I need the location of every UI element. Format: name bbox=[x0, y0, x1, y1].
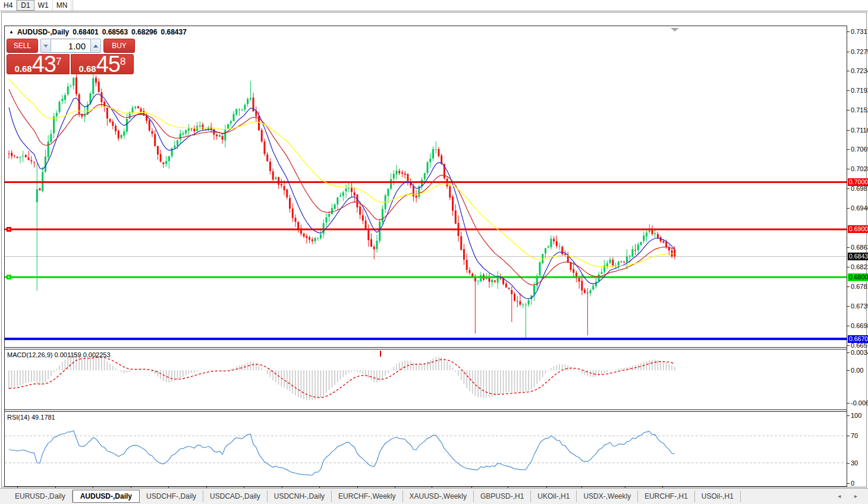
volume-input[interactable] bbox=[51, 39, 90, 53]
timeframe-button-h4[interactable]: H4 bbox=[0, 0, 17, 11]
sell-button[interactable]: SELL bbox=[7, 39, 38, 53]
chart-tab-usoil-h1[interactable]: USOil-,H1 bbox=[695, 490, 741, 502]
axis-tick bbox=[847, 403, 850, 404]
axis-tick bbox=[847, 326, 850, 326]
axis-tick bbox=[847, 32, 850, 32]
buy-price-base: 0.68 bbox=[79, 64, 96, 74]
rsi-label: RSI(14) 49.1781 bbox=[7, 414, 55, 421]
main-chart-canvas[interactable] bbox=[5, 26, 847, 347]
volume-increase-button[interactable] bbox=[90, 39, 101, 53]
axis-tick bbox=[847, 370, 850, 371]
axis-tick bbox=[847, 483, 850, 484]
bear-candle-wicks bbox=[9, 73, 675, 335]
axis-tick bbox=[847, 71, 850, 71]
price-axis-label: 0.66570 bbox=[851, 342, 868, 349]
axis-tick bbox=[847, 149, 850, 150]
level-price-badge: 0.70002 bbox=[848, 178, 868, 186]
chart-window: ▲ AUDUSD-,Daily 0.68401 0.68563 0.68296 … bbox=[1, 12, 867, 487]
chart-tab-eurusd-daily[interactable]: EURUSD-,Daily bbox=[8, 490, 73, 502]
axis-tick bbox=[847, 267, 850, 267]
rsi-panel-canvas[interactable] bbox=[5, 412, 847, 486]
chart-tab-usdx-weekly[interactable]: USDX-,Weekly bbox=[577, 490, 638, 502]
level-line-0.69009 bbox=[5, 228, 847, 230]
timeframe-button-w1[interactable]: W1 bbox=[34, 0, 53, 11]
bull-candle-bodies bbox=[19, 78, 656, 305]
buy-button[interactable]: BUY bbox=[103, 39, 135, 53]
quote-low: 0.68296 bbox=[131, 28, 157, 36]
toolbar-separator bbox=[73, 0, 73, 11]
one-click-trading-widget: SELL BUY 0.68 43 7 0.68 45 8 bbox=[7, 39, 136, 74]
chart-tab-usdcnh-daily[interactable]: USDCNH-,Daily bbox=[268, 490, 332, 502]
arrow-up-icon bbox=[93, 45, 98, 48]
buy-price-panel[interactable]: 0.68 45 8 bbox=[71, 54, 134, 74]
price-axis-label: 0.71930 bbox=[851, 87, 868, 94]
rsi-axis-label: 100 bbox=[851, 412, 861, 419]
timeframe-button-d1[interactable]: D1 bbox=[17, 0, 34, 11]
price-axis[interactable]: 0.731700.727500.723400.719300.715200.711… bbox=[847, 26, 868, 500]
price-axis-label: 0.66980 bbox=[851, 322, 868, 329]
macd-value-2: 0.002253 bbox=[83, 351, 111, 358]
level-line-0.66705 bbox=[5, 338, 847, 340]
axis-tick bbox=[847, 463, 850, 464]
chart-tab-xauusd-weekly[interactable]: XAUUSD-,Weekly bbox=[403, 490, 474, 502]
sell-price-big: 43 bbox=[32, 55, 56, 73]
tab-scroll-arrows[interactable]: ◂ ▸ bbox=[838, 493, 863, 499]
chart-tab-usdchf-daily[interactable]: USDCHF-,Daily bbox=[140, 490, 203, 502]
price-axis-label: 0.67810 bbox=[851, 283, 868, 290]
volume-decrease-button[interactable] bbox=[40, 39, 51, 53]
price-axis-label: 0.67390 bbox=[851, 303, 868, 310]
chart-tab-ukoil-h1[interactable]: UKOil-,H1 bbox=[531, 490, 577, 502]
price-axis-label: 0.73170 bbox=[851, 28, 868, 35]
quote-open: 0.68401 bbox=[73, 28, 98, 36]
macd-panel-canvas[interactable] bbox=[5, 349, 847, 410]
collapse-triangle-icon[interactable]: ▲ bbox=[9, 29, 14, 35]
axis-tick bbox=[847, 345, 850, 346]
axis-tick bbox=[847, 352, 850, 353]
panel-divider[interactable] bbox=[4, 347, 847, 348]
quote-close: 0.68437 bbox=[161, 28, 186, 36]
rsi-axis-label: 30 bbox=[851, 459, 858, 467]
chart-tab-eurchf-weekly[interactable]: EURCHF-,Weekly bbox=[332, 490, 402, 502]
panel-divider[interactable] bbox=[4, 410, 847, 410]
chart-tab-audusd-daily[interactable]: AUDUSD-,Daily bbox=[73, 490, 140, 503]
shift-marker-icon bbox=[671, 28, 679, 32]
macd-histogram bbox=[9, 352, 675, 400]
rsi-axis-label: 70 bbox=[851, 432, 858, 439]
chart-symbol: AUDUSD-,Daily bbox=[17, 28, 69, 36]
level-price-badge: 0.68004 bbox=[848, 273, 868, 281]
chart-tab-usdcad-daily[interactable]: USDCAD-,Daily bbox=[203, 490, 268, 502]
axis-tick bbox=[847, 247, 850, 248]
buy-price-big: 45 bbox=[96, 55, 120, 73]
panel-divider bbox=[4, 411, 847, 412]
axis-tick bbox=[847, 90, 850, 91]
macd-axis-label: 0.00349 bbox=[851, 349, 868, 356]
price-axis-label: 0.70690 bbox=[851, 146, 868, 153]
bear-candle-bodies bbox=[8, 77, 676, 304]
sell-price-panel[interactable]: 0.68 43 7 bbox=[7, 54, 70, 74]
timeframe-button-mn[interactable]: MN bbox=[53, 0, 72, 11]
price-axis-label: 0.71520 bbox=[851, 106, 868, 114]
price-axis-label: 0.68630 bbox=[851, 244, 868, 251]
price-axis-label: 0.72340 bbox=[851, 67, 868, 74]
macd-signal-line bbox=[9, 357, 675, 398]
timeframe-toolbar: H4D1W1MN bbox=[0, 0, 868, 11]
price-axis-label: 0.68220 bbox=[851, 263, 868, 270]
price-axis-label: 0.71100 bbox=[851, 127, 868, 134]
rsi-value: 49.1781 bbox=[32, 414, 55, 421]
current-price-badge: 0.68437 bbox=[848, 253, 868, 260]
level-price-badge: 0.66705 bbox=[848, 335, 868, 343]
price-axis-label: 0.70280 bbox=[851, 165, 868, 172]
chart-tab-gbpusd-h1[interactable]: GBPUSD-,H1 bbox=[474, 490, 531, 502]
sell-price-sup: 7 bbox=[56, 56, 61, 68]
level-price-badge: 0.69009 bbox=[848, 225, 868, 233]
axis-tick bbox=[847, 306, 850, 307]
macd-value-1: 0.001159 bbox=[54, 351, 81, 358]
rsi-axis-label: 0 bbox=[851, 480, 854, 487]
axis-tick bbox=[847, 436, 850, 436]
panel-divider bbox=[4, 349, 847, 349]
axis-tick bbox=[847, 188, 850, 189]
line-handle-dot bbox=[8, 276, 10, 278]
chart-tab-eurchf-h1[interactable]: EURCHF-,H1 bbox=[638, 490, 695, 502]
axis-tick bbox=[847, 130, 850, 131]
chart-tab-bar: EURUSD-,DailyAUDUSD-,DailyUSDCHF-,DailyU… bbox=[0, 488, 868, 504]
